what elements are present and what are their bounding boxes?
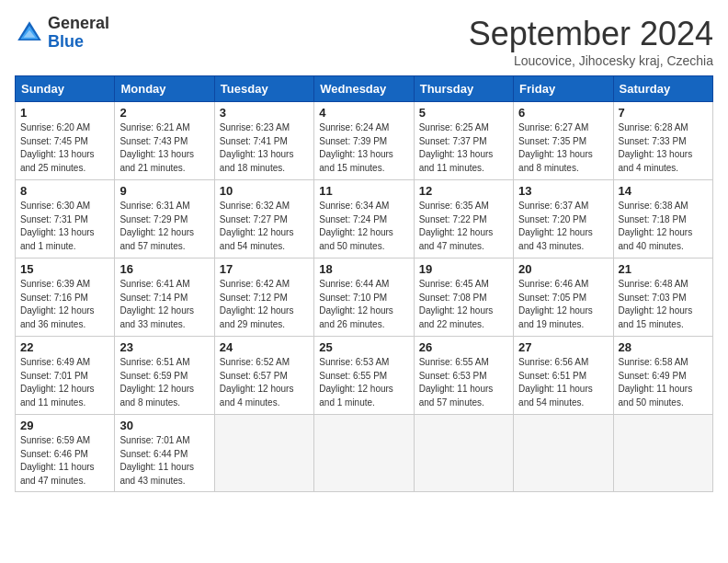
- day-info: Sunrise: 6:46 AM Sunset: 7:05 PM Dayligh…: [518, 278, 608, 331]
- day-number: 13: [518, 184, 608, 198]
- day-number: 29: [20, 419, 109, 432]
- calendar-cell: 2Sunrise: 6:21 AM Sunset: 7:43 PM Daylig…: [115, 102, 214, 180]
- location: Loucovice, Jihocesky kraj, Czechia: [469, 53, 713, 68]
- day-number: 5: [419, 106, 508, 120]
- day-number: 14: [619, 184, 708, 198]
- day-info: Sunrise: 6:59 AM Sunset: 6:46 PM Dayligh…: [20, 434, 109, 488]
- day-number: 20: [518, 262, 608, 276]
- calendar-cell: 28Sunrise: 6:58 AM Sunset: 6:49 PM Dayli…: [613, 337, 712, 415]
- calendar-cell: 8Sunrise: 6:30 AM Sunset: 7:31 PM Daylig…: [16, 180, 115, 259]
- day-info: Sunrise: 7:01 AM Sunset: 6:44 PM Dayligh…: [119, 434, 209, 488]
- weekday-header-row: SundayMondayTuesdayWednesdayThursdayFrid…: [16, 76, 713, 102]
- day-number: 11: [319, 184, 408, 198]
- weekday-header: Thursday: [414, 76, 513, 102]
- calendar-cell: [613, 415, 712, 492]
- weekday-header: Monday: [115, 76, 214, 102]
- day-info: Sunrise: 6:41 AM Sunset: 7:14 PM Dayligh…: [119, 278, 209, 331]
- day-number: 15: [20, 262, 109, 276]
- logo-general: General: [48, 15, 109, 33]
- day-number: 25: [319, 340, 408, 354]
- month-title: September 2024: [469, 15, 713, 53]
- logo-text: General Blue: [48, 15, 109, 52]
- calendar-cell: 21Sunrise: 6:48 AM Sunset: 7:03 PM Dayli…: [613, 259, 712, 337]
- day-number: 21: [619, 262, 708, 276]
- day-number: 10: [220, 184, 309, 198]
- calendar-cell: 14Sunrise: 6:38 AM Sunset: 7:18 PM Dayli…: [613, 180, 712, 259]
- weekday-header: Saturday: [613, 76, 712, 102]
- calendar-cell: 11Sunrise: 6:34 AM Sunset: 7:24 PM Dayli…: [314, 180, 414, 259]
- day-info: Sunrise: 6:49 AM Sunset: 7:01 PM Dayligh…: [20, 356, 109, 409]
- day-info: Sunrise: 6:38 AM Sunset: 7:18 PM Dayligh…: [619, 200, 708, 253]
- day-info: Sunrise: 6:51 AM Sunset: 6:59 PM Dayligh…: [119, 356, 209, 409]
- calendar-cell: 12Sunrise: 6:35 AM Sunset: 7:22 PM Dayli…: [414, 180, 513, 259]
- day-number: 8: [20, 184, 109, 198]
- calendar-cell: [214, 415, 313, 492]
- day-info: Sunrise: 6:30 AM Sunset: 7:31 PM Dayligh…: [20, 200, 109, 253]
- day-info: Sunrise: 6:39 AM Sunset: 7:16 PM Dayligh…: [20, 278, 109, 331]
- weekday-header: Tuesday: [214, 76, 313, 102]
- day-info: Sunrise: 6:23 AM Sunset: 7:41 PM Dayligh…: [220, 121, 309, 175]
- weekday-header: Sunday: [16, 76, 115, 102]
- day-info: Sunrise: 6:35 AM Sunset: 7:22 PM Dayligh…: [419, 200, 508, 253]
- calendar-week-row: 1Sunrise: 6:20 AM Sunset: 7:45 PM Daylig…: [16, 102, 713, 180]
- day-info: Sunrise: 6:55 AM Sunset: 6:53 PM Dayligh…: [419, 356, 508, 409]
- calendar-cell: 20Sunrise: 6:46 AM Sunset: 7:05 PM Dayli…: [514, 259, 613, 337]
- calendar-cell: 26Sunrise: 6:55 AM Sunset: 6:53 PM Dayli…: [414, 337, 513, 415]
- calendar-cell: 13Sunrise: 6:37 AM Sunset: 7:20 PM Dayli…: [514, 180, 613, 259]
- calendar-week-row: 29Sunrise: 6:59 AM Sunset: 6:46 PM Dayli…: [16, 415, 713, 492]
- day-info: Sunrise: 6:48 AM Sunset: 7:03 PM Dayligh…: [619, 278, 708, 331]
- day-info: Sunrise: 6:53 AM Sunset: 6:55 PM Dayligh…: [319, 356, 408, 409]
- logo: General Blue: [15, 15, 109, 52]
- day-info: Sunrise: 6:52 AM Sunset: 6:57 PM Dayligh…: [220, 356, 309, 409]
- day-number: 19: [419, 262, 508, 276]
- day-number: 23: [119, 340, 209, 354]
- calendar-table: SundayMondayTuesdayWednesdayThursdayFrid…: [15, 75, 713, 492]
- day-number: 22: [20, 340, 109, 354]
- day-info: Sunrise: 6:25 AM Sunset: 7:37 PM Dayligh…: [419, 121, 508, 175]
- day-number: 6: [518, 106, 608, 120]
- calendar-cell: [414, 415, 513, 492]
- day-number: 2: [119, 106, 209, 120]
- calendar-cell: 22Sunrise: 6:49 AM Sunset: 7:01 PM Dayli…: [16, 337, 115, 415]
- calendar-week-row: 15Sunrise: 6:39 AM Sunset: 7:16 PM Dayli…: [16, 259, 713, 337]
- calendar-cell: 6Sunrise: 6:27 AM Sunset: 7:35 PM Daylig…: [514, 102, 613, 180]
- calendar-cell: 15Sunrise: 6:39 AM Sunset: 7:16 PM Dayli…: [16, 259, 115, 337]
- calendar-cell: 5Sunrise: 6:25 AM Sunset: 7:37 PM Daylig…: [414, 102, 513, 180]
- day-number: 16: [119, 262, 209, 276]
- day-info: Sunrise: 6:28 AM Sunset: 7:33 PM Dayligh…: [619, 121, 708, 175]
- day-number: 4: [319, 106, 408, 120]
- calendar-cell: 10Sunrise: 6:32 AM Sunset: 7:27 PM Dayli…: [214, 180, 313, 259]
- day-info: Sunrise: 6:21 AM Sunset: 7:43 PM Dayligh…: [119, 121, 209, 175]
- calendar-week-row: 8Sunrise: 6:30 AM Sunset: 7:31 PM Daylig…: [16, 180, 713, 259]
- day-number: 3: [220, 106, 309, 120]
- calendar-cell: 3Sunrise: 6:23 AM Sunset: 7:41 PM Daylig…: [214, 102, 313, 180]
- title-block: September 2024 Loucovice, Jihocesky kraj…: [469, 15, 713, 68]
- calendar-week-row: 22Sunrise: 6:49 AM Sunset: 7:01 PM Dayli…: [16, 337, 713, 415]
- calendar-cell: 16Sunrise: 6:41 AM Sunset: 7:14 PM Dayli…: [115, 259, 214, 337]
- calendar-cell: 18Sunrise: 6:44 AM Sunset: 7:10 PM Dayli…: [314, 259, 414, 337]
- day-info: Sunrise: 6:56 AM Sunset: 6:51 PM Dayligh…: [518, 356, 608, 409]
- day-number: 24: [220, 340, 309, 354]
- day-info: Sunrise: 6:44 AM Sunset: 7:10 PM Dayligh…: [319, 278, 408, 331]
- calendar-cell: 7Sunrise: 6:28 AM Sunset: 7:33 PM Daylig…: [613, 102, 712, 180]
- day-info: Sunrise: 6:27 AM Sunset: 7:35 PM Dayligh…: [518, 121, 608, 175]
- weekday-header: Friday: [514, 76, 613, 102]
- weekday-header: Wednesday: [314, 76, 414, 102]
- day-number: 30: [119, 419, 209, 432]
- day-number: 1: [20, 106, 109, 120]
- day-number: 27: [518, 340, 608, 354]
- day-info: Sunrise: 6:34 AM Sunset: 7:24 PM Dayligh…: [319, 200, 408, 253]
- day-number: 26: [419, 340, 508, 354]
- day-info: Sunrise: 6:58 AM Sunset: 6:49 PM Dayligh…: [619, 356, 708, 409]
- calendar-cell: 4Sunrise: 6:24 AM Sunset: 7:39 PM Daylig…: [314, 102, 414, 180]
- day-number: 7: [619, 106, 708, 120]
- day-info: Sunrise: 6:37 AM Sunset: 7:20 PM Dayligh…: [518, 200, 608, 253]
- day-info: Sunrise: 6:42 AM Sunset: 7:12 PM Dayligh…: [220, 278, 309, 331]
- calendar-cell: 1Sunrise: 6:20 AM Sunset: 7:45 PM Daylig…: [16, 102, 115, 180]
- day-number: 28: [619, 340, 708, 354]
- day-info: Sunrise: 6:45 AM Sunset: 7:08 PM Dayligh…: [419, 278, 508, 331]
- day-number: 17: [220, 262, 309, 276]
- calendar-cell: 17Sunrise: 6:42 AM Sunset: 7:12 PM Dayli…: [214, 259, 313, 337]
- calendar-cell: 29Sunrise: 6:59 AM Sunset: 6:46 PM Dayli…: [16, 415, 115, 492]
- calendar-cell: 19Sunrise: 6:45 AM Sunset: 7:08 PM Dayli…: [414, 259, 513, 337]
